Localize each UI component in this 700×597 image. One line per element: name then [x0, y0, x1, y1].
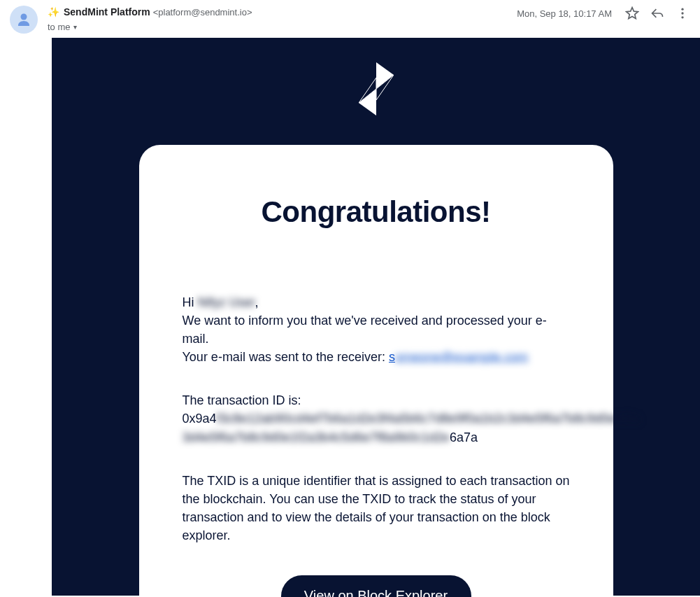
avatar [10, 6, 38, 34]
email-body: Hi Nifyz User, We want to inform you tha… [183, 293, 570, 545]
greeting-line: Hi Nifyz User, [183, 293, 570, 311]
greeting-name: Nifyz User [198, 295, 255, 309]
reply-icon [650, 6, 664, 20]
email-date: Mon, Sep 18, 10:17 AM [517, 8, 612, 19]
view-block-explorer-button[interactable]: View on Block Explorer [281, 575, 471, 597]
email-card: Congratulations! Hi Nifyz User, We want … [139, 145, 613, 597]
sparkle-icon: ✨ [48, 6, 59, 20]
brand-logo [52, 62, 700, 115]
line-sent: Your e-mail was sent to the receiver: so… [183, 348, 570, 366]
reply-button[interactable] [650, 6, 665, 21]
svg-point-3 [681, 12, 683, 14]
header-actions: Mon, Sep 18, 10:17 AM [517, 6, 690, 21]
svg-point-4 [681, 16, 683, 18]
recipient-dropdown[interactable]: to me ▾ [48, 21, 517, 34]
from-line: ✨ SendMint Platform <platform@sendmint.i… [48, 6, 517, 20]
txid-line-2: 3d4e5f6a7b8c9d0e1f2a3b4c5d6e7f8a9b0c1d2e… [183, 428, 570, 447]
more-icon [676, 6, 690, 20]
star-icon [625, 6, 639, 20]
sender-email: <platform@sendmint.io> [153, 6, 252, 19]
person-icon [15, 11, 32, 28]
line-received: We want to inform you that we've receive… [183, 311, 570, 348]
svg-point-0 [21, 14, 27, 20]
niftyz-logo-icon [359, 62, 394, 115]
svg-marker-1 [627, 8, 638, 19]
star-button[interactable] [624, 6, 640, 21]
txid-explanation: The TXID is a unique identifier that is … [183, 472, 570, 545]
receiver-email-link[interactable]: someone@example.com [389, 350, 528, 364]
congrats-title: Congratulations! [183, 195, 570, 229]
recipient-label: to me [48, 21, 71, 34]
from-block: ✨ SendMint Platform <platform@sendmint.i… [48, 6, 517, 34]
svg-point-2 [681, 8, 683, 10]
txid-line: The transaction ID is: 0x9a4f3c8e12ab90c… [183, 391, 570, 428]
sender-name: SendMint Platform [64, 6, 150, 20]
chevron-down-icon: ▾ [73, 22, 77, 32]
email-header: ✨ SendMint Platform <platform@sendmint.i… [0, 0, 700, 38]
more-button[interactable] [675, 6, 690, 21]
email-body-wrap: Congratulations! Hi Nifyz User, We want … [52, 38, 700, 596]
